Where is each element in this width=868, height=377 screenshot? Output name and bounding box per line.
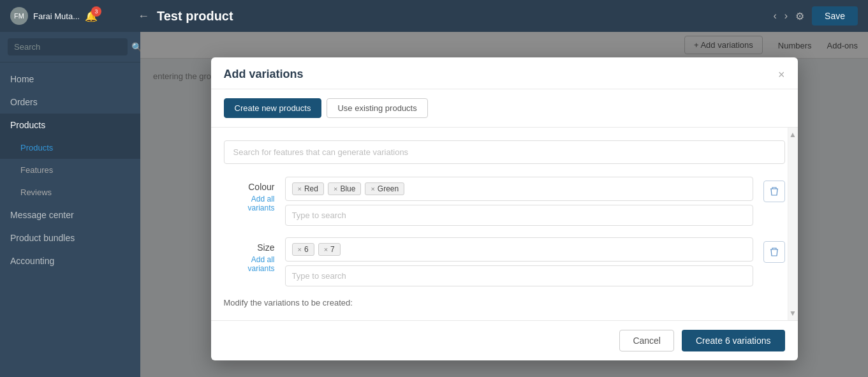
size-delete-button[interactable] — [763, 241, 785, 263]
colour-tag-red: × Red — [292, 182, 324, 195]
search-box: 🔍 — [0, 32, 140, 63]
add-variations-modal: Add variations × Create new products Use… — [211, 57, 798, 360]
prev-nav-button[interactable]: ‹ — [773, 10, 776, 22]
size-tag-6: × 6 — [292, 243, 314, 256]
modal-title: Add variations — [224, 68, 304, 81]
sidebar-item-message-center[interactable]: Message center — [0, 203, 140, 226]
sidebar-item-products[interactable]: Products — [0, 137, 140, 159]
sidebar-nav: Home Orders Products Products Features R… — [0, 63, 140, 377]
top-bar-center: ← Test product — [138, 9, 773, 24]
app-container: FM Farai Muta... 🔔 3 ← Test product ‹ › … — [0, 0, 868, 377]
colour-tag-blue-remove[interactable]: × — [334, 185, 337, 193]
notification-bell[interactable]: 🔔 3 — [85, 10, 98, 22]
avatar: FM — [10, 7, 28, 25]
user-name: Farai Muta... — [33, 11, 80, 21]
back-button[interactable]: ← — [138, 10, 149, 23]
colour-tags-input[interactable]: × Red × Blue × Green — [285, 177, 753, 201]
tab-create-new[interactable]: Create new products — [224, 98, 322, 118]
size-label: Size — [224, 242, 275, 253]
modal-body: ▲ ▼ Colour Add all variants — [211, 128, 798, 320]
colour-feature-row: Colour Add all variants × Red — [224, 177, 785, 226]
search-input[interactable] — [8, 38, 128, 55]
colour-tag-green: × Green — [365, 182, 404, 195]
size-type-search[interactable] — [285, 265, 753, 286]
cancel-button[interactable]: Cancel — [619, 330, 674, 351]
top-bar-right: ‹ › ⚙ Save — [773, 6, 858, 26]
modify-text: Modify the variations to be created: — [224, 298, 785, 307]
colour-add-all-link[interactable]: Add all variants — [224, 195, 275, 212]
colour-label: Colour — [224, 182, 275, 192]
colour-input-col: × Red × Blue × Green — [285, 177, 753, 226]
sidebar-item-accounting[interactable]: Accounting — [0, 249, 140, 272]
size-tag-7: × 7 — [318, 243, 341, 256]
sidebar-item-home[interactable]: Home — [0, 68, 140, 91]
size-label-col: Size Add all variants — [224, 237, 275, 273]
sidebar-item-orders[interactable]: Orders — [0, 91, 140, 114]
colour-delete-button[interactable] — [763, 181, 785, 202]
notification-badge: 3 — [91, 6, 101, 17]
size-tags-input[interactable]: × 6 × 7 — [285, 237, 753, 262]
colour-label-col: Colour Add all variants — [224, 177, 275, 212]
sidebar-item-features[interactable]: Features — [0, 159, 140, 181]
content-area: 🔍 Home Orders Products Products Features — [0, 32, 868, 377]
tab-use-existing[interactable]: Use existing products — [327, 98, 427, 118]
settings-button[interactable]: ⚙ — [795, 10, 804, 22]
sidebar-item-products-group[interactable]: Products — [0, 114, 140, 137]
scroll-down-icon[interactable]: ▼ — [789, 309, 797, 318]
top-bar-left: FM Farai Muta... 🔔 3 — [10, 7, 138, 25]
modal-header: Add variations × — [211, 57, 798, 89]
colour-tag-red-remove[interactable]: × — [298, 185, 302, 193]
sidebar: 🔍 Home Orders Products Products Features — [0, 32, 140, 377]
page-title: Test product — [157, 9, 233, 24]
sidebar-item-product-bundles[interactable]: Product bundles — [0, 226, 140, 249]
main-content: + Add variations Numbers Add-ons enterin… — [140, 32, 868, 377]
modal-scroll-track: ▲ ▼ — [788, 128, 798, 320]
size-add-all-link[interactable]: Add all variants — [224, 255, 275, 273]
feature-search-input[interactable] — [224, 140, 785, 164]
size-tag-7-remove[interactable]: × — [324, 246, 328, 253]
create-variations-button[interactable]: Create 6 variations — [682, 330, 785, 351]
modal-overlay: Add variations × Create new products Use… — [140, 32, 868, 377]
save-button[interactable]: Save — [812, 6, 858, 26]
colour-tag-blue: × Blue — [328, 182, 361, 195]
top-bar: FM Farai Muta... 🔔 3 ← Test product ‹ › … — [0, 0, 868, 32]
modal-footer: Cancel Create 6 variations — [211, 320, 798, 360]
colour-tag-green-remove[interactable]: × — [371, 185, 374, 193]
next-nav-button[interactable]: › — [784, 10, 788, 22]
size-input-col: × 6 × 7 — [285, 237, 753, 286]
modal-tabs: Create new products Use existing product… — [211, 89, 798, 118]
scroll-up-icon[interactable]: ▲ — [789, 130, 797, 139]
modal-close-button[interactable]: × — [778, 69, 785, 80]
sidebar-item-reviews[interactable]: Reviews — [0, 181, 140, 203]
colour-type-search[interactable] — [285, 205, 753, 226]
size-tag-6-remove[interactable]: × — [298, 246, 302, 253]
size-feature-row: Size Add all variants × 6 — [224, 237, 785, 286]
